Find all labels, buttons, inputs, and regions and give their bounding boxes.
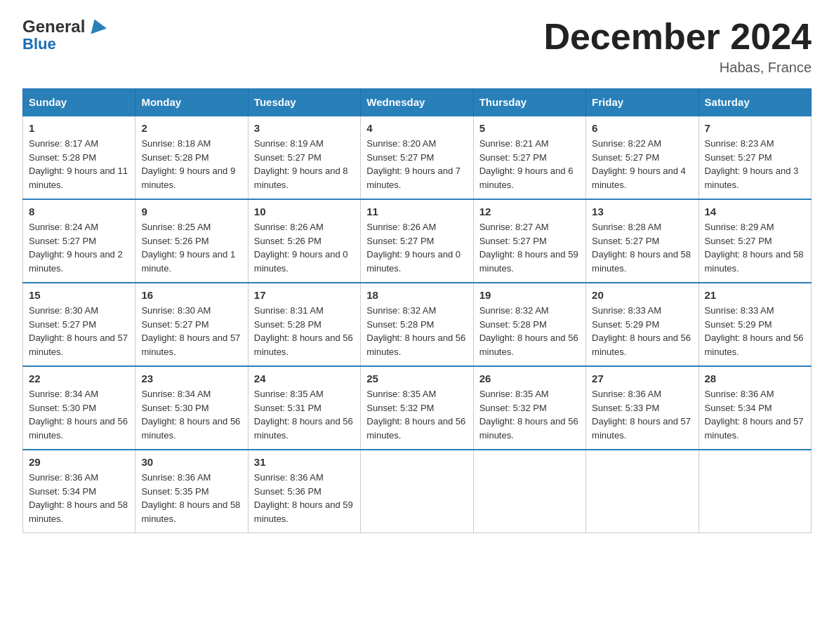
day-info: Sunrise: 8:36 AMSunset: 5:33 PMDaylight:… [592, 387, 692, 442]
calendar-cell: 27 Sunrise: 8:36 AMSunset: 5:33 PMDaylig… [586, 366, 699, 450]
calendar-cell: 3 Sunrise: 8:19 AMSunset: 5:27 PMDayligh… [248, 116, 360, 199]
day-number: 3 [254, 122, 355, 134]
day-info: Sunrise: 8:30 AMSunset: 5:27 PMDaylight:… [29, 304, 129, 358]
day-number: 9 [141, 206, 241, 217]
day-number: 22 [29, 373, 129, 384]
day-info: Sunrise: 8:19 AMSunset: 5:27 PMDaylight:… [254, 137, 355, 192]
day-number: 20 [592, 289, 692, 301]
col-thursday: Thursday [473, 89, 585, 116]
title-block: December 2024 Habas, France [543, 17, 812, 76]
day-info: Sunrise: 8:35 AMSunset: 5:32 PMDaylight:… [479, 387, 580, 442]
day-number: 21 [705, 289, 805, 301]
calendar-week-4: 22 Sunrise: 8:34 AMSunset: 5:30 PMDaylig… [23, 366, 812, 450]
day-number: 12 [479, 206, 580, 217]
day-info: Sunrise: 8:24 AMSunset: 5:27 PMDaylight:… [29, 220, 129, 275]
day-number: 1 [29, 122, 129, 134]
calendar-cell: 20 Sunrise: 8:33 AMSunset: 5:29 PMDaylig… [586, 283, 699, 366]
col-sunday: Sunday [23, 89, 135, 116]
day-number: 10 [254, 206, 355, 217]
calendar-cell: 30 Sunrise: 8:36 AMSunset: 5:35 PMDaylig… [135, 450, 248, 533]
day-info: Sunrise: 8:34 AMSunset: 5:30 PMDaylight:… [29, 387, 129, 442]
calendar-cell: 17 Sunrise: 8:31 AMSunset: 5:28 PMDaylig… [248, 283, 360, 366]
day-number: 13 [592, 206, 692, 217]
day-info: Sunrise: 8:36 AMSunset: 5:34 PMDaylight:… [705, 387, 805, 442]
calendar-cell: 5 Sunrise: 8:21 AMSunset: 5:27 PMDayligh… [473, 116, 585, 199]
col-wednesday: Wednesday [361, 89, 473, 116]
location-subtitle: Habas, France [543, 60, 812, 76]
calendar-cell: 13 Sunrise: 8:28 AMSunset: 5:27 PMDaylig… [586, 199, 699, 283]
day-number: 15 [29, 289, 129, 301]
day-info: Sunrise: 8:36 AMSunset: 5:36 PMDaylight:… [254, 471, 355, 525]
calendar-cell: 10 Sunrise: 8:26 AMSunset: 5:26 PMDaylig… [248, 199, 360, 283]
calendar-cell [361, 450, 473, 533]
day-number: 11 [366, 206, 467, 217]
day-number: 29 [29, 456, 129, 468]
col-monday: Monday [135, 89, 248, 116]
day-number: 8 [29, 206, 129, 217]
calendar-cell: 11 Sunrise: 8:26 AMSunset: 5:27 PMDaylig… [361, 199, 473, 283]
calendar-cell: 22 Sunrise: 8:34 AMSunset: 5:30 PMDaylig… [23, 366, 135, 450]
day-info: Sunrise: 8:26 AMSunset: 5:27 PMDaylight:… [366, 220, 467, 275]
day-number: 7 [705, 122, 805, 134]
day-number: 28 [705, 373, 805, 384]
calendar-week-1: 1 Sunrise: 8:17 AMSunset: 5:28 PMDayligh… [23, 116, 812, 199]
day-info: Sunrise: 8:30 AMSunset: 5:27 PMDaylight:… [141, 304, 241, 358]
day-number: 14 [705, 206, 805, 217]
day-number: 23 [141, 373, 241, 384]
page-header: General Blue December 2024 Habas, France [22, 17, 812, 76]
calendar-week-5: 29 Sunrise: 8:36 AMSunset: 5:34 PMDaylig… [23, 450, 812, 533]
day-info: Sunrise: 8:20 AMSunset: 5:27 PMDaylight:… [366, 137, 467, 192]
logo-blue-text: Blue [22, 35, 56, 53]
day-number: 27 [592, 373, 692, 384]
day-info: Sunrise: 8:18 AMSunset: 5:28 PMDaylight:… [141, 137, 241, 192]
calendar-cell: 26 Sunrise: 8:35 AMSunset: 5:32 PMDaylig… [473, 366, 585, 450]
calendar-cell: 12 Sunrise: 8:27 AMSunset: 5:27 PMDaylig… [473, 199, 585, 283]
day-number: 18 [366, 289, 467, 301]
day-info: Sunrise: 8:36 AMSunset: 5:35 PMDaylight:… [141, 471, 241, 525]
calendar-cell: 15 Sunrise: 8:30 AMSunset: 5:27 PMDaylig… [23, 283, 135, 366]
calendar-week-2: 8 Sunrise: 8:24 AMSunset: 5:27 PMDayligh… [23, 199, 812, 283]
day-number: 26 [479, 373, 580, 384]
svg-marker-0 [87, 16, 107, 34]
calendar-cell: 19 Sunrise: 8:32 AMSunset: 5:28 PMDaylig… [473, 283, 585, 366]
calendar-cell: 6 Sunrise: 8:22 AMSunset: 5:27 PMDayligh… [586, 116, 699, 199]
calendar-cell: 1 Sunrise: 8:17 AMSunset: 5:28 PMDayligh… [23, 116, 135, 199]
calendar-cell: 9 Sunrise: 8:25 AMSunset: 5:26 PMDayligh… [135, 199, 248, 283]
day-info: Sunrise: 8:25 AMSunset: 5:26 PMDaylight:… [141, 220, 241, 275]
logo-general-text: General [22, 17, 85, 36]
calendar-cell: 4 Sunrise: 8:20 AMSunset: 5:27 PMDayligh… [361, 116, 473, 199]
day-number: 19 [479, 289, 580, 301]
day-number: 2 [141, 122, 241, 134]
logo-icon [87, 16, 107, 36]
day-number: 17 [254, 289, 355, 301]
calendar-cell: 7 Sunrise: 8:23 AMSunset: 5:27 PMDayligh… [699, 116, 811, 199]
calendar-header-row: Sunday Monday Tuesday Wednesday Thursday… [23, 89, 812, 116]
day-number: 4 [366, 122, 467, 134]
day-number: 25 [366, 373, 467, 384]
calendar-cell: 23 Sunrise: 8:34 AMSunset: 5:30 PMDaylig… [135, 366, 248, 450]
col-saturday: Saturday [699, 89, 811, 116]
calendar-title: December 2024 [543, 17, 812, 57]
calendar-cell: 31 Sunrise: 8:36 AMSunset: 5:36 PMDaylig… [248, 450, 360, 533]
day-number: 31 [254, 456, 355, 468]
calendar-cell: 24 Sunrise: 8:35 AMSunset: 5:31 PMDaylig… [248, 366, 360, 450]
calendar-table: Sunday Monday Tuesday Wednesday Thursday… [22, 88, 812, 533]
day-info: Sunrise: 8:21 AMSunset: 5:27 PMDaylight:… [479, 137, 580, 192]
day-info: Sunrise: 8:31 AMSunset: 5:28 PMDaylight:… [254, 304, 355, 358]
day-info: Sunrise: 8:32 AMSunset: 5:28 PMDaylight:… [479, 304, 580, 358]
day-info: Sunrise: 8:35 AMSunset: 5:32 PMDaylight:… [366, 387, 467, 442]
day-info: Sunrise: 8:17 AMSunset: 5:28 PMDaylight:… [29, 137, 129, 192]
day-info: Sunrise: 8:33 AMSunset: 5:29 PMDaylight:… [705, 304, 805, 358]
calendar-cell: 25 Sunrise: 8:35 AMSunset: 5:32 PMDaylig… [361, 366, 473, 450]
calendar-cell [473, 450, 585, 533]
day-info: Sunrise: 8:35 AMSunset: 5:31 PMDaylight:… [254, 387, 355, 442]
day-number: 24 [254, 373, 355, 384]
calendar-cell [586, 450, 699, 533]
day-info: Sunrise: 8:27 AMSunset: 5:27 PMDaylight:… [479, 220, 580, 275]
day-info: Sunrise: 8:23 AMSunset: 5:27 PMDaylight:… [705, 137, 805, 192]
calendar-cell: 16 Sunrise: 8:30 AMSunset: 5:27 PMDaylig… [135, 283, 248, 366]
calendar-cell: 2 Sunrise: 8:18 AMSunset: 5:28 PMDayligh… [135, 116, 248, 199]
col-friday: Friday [586, 89, 699, 116]
day-info: Sunrise: 8:33 AMSunset: 5:29 PMDaylight:… [592, 304, 692, 358]
day-number: 5 [479, 122, 580, 134]
